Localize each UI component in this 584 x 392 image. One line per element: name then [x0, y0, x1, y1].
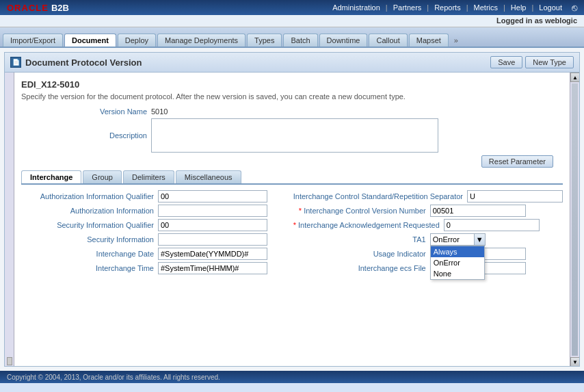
version-name-value: 5010: [151, 107, 168, 116]
interchange-right-col: Interchange Control Standard/Repetition …: [293, 190, 563, 276]
panel-buttons: Save New Type: [490, 56, 574, 68]
top-nav-links: Administration | Partners | Reports | Me…: [328, 2, 577, 13]
oracle-text: ORACLE: [7, 3, 49, 13]
logout-icon[interactable]: ⎋: [572, 2, 577, 13]
scrollbar-up-btn[interactable]: ▲: [570, 73, 580, 82]
nav-reports[interactable]: Reports: [430, 3, 465, 12]
subtab-delimiters[interactable]: Delimiters: [123, 170, 174, 183]
nav-administration[interactable]: Administration: [328, 3, 384, 12]
tab-document[interactable]: Document: [64, 34, 116, 47]
username: weblogic: [545, 16, 577, 25]
ta1-label: TA1: [293, 235, 430, 244]
interchange-left-col: Authorization Information Qualifier Auth…: [21, 190, 287, 276]
right-scrollbar: ▲ ▼: [570, 73, 579, 367]
panel-title-text: Document Protocol Version: [25, 57, 142, 68]
ack-requested-input[interactable]: [444, 219, 540, 231]
document-panel: 📄 Document Protocol Version Save New Typ…: [4, 52, 580, 367]
edi-title: EDI_X12-5010: [21, 79, 563, 90]
main-content: 📄 Document Protocol Version Save New Typ…: [0, 48, 584, 371]
security-info-qualifier-label: Security Information Qualifier: [21, 221, 158, 229]
interchange-grid: Authorization Information Qualifier Auth…: [21, 190, 563, 276]
tab-import-export[interactable]: Import/Export: [3, 34, 63, 47]
description-label: Description: [21, 131, 151, 140]
subtab-miscellaneous[interactable]: Miscellaneous: [176, 170, 241, 183]
auth-info-label: Authorization Information: [21, 207, 158, 215]
nav-partners[interactable]: Partners: [389, 3, 426, 12]
control-standard-row: Interchange Control Standard/Repetition …: [293, 190, 563, 202]
panel-header: 📄 Document Protocol Version Save New Typ…: [5, 53, 579, 73]
b2b-text: B2B: [51, 3, 69, 13]
ta1-select-display: ▼: [430, 233, 486, 246]
security-info-qualifier-input[interactable]: [158, 219, 267, 231]
tab-batch[interactable]: Batch: [283, 34, 317, 47]
left-scroll-thumb[interactable]: [7, 357, 12, 365]
ack-requested-label: * Interchange Acknowledgement Requested: [293, 221, 444, 229]
interchange-date-input[interactable]: [158, 248, 267, 260]
ta1-option-none[interactable]: None: [431, 268, 484, 279]
usage-indicator-label: Usage Indicator: [293, 250, 430, 258]
description-input[interactable]: [151, 118, 438, 153]
interchange-time-label: Interchange Time: [21, 264, 158, 272]
auth-info-input[interactable]: [158, 205, 267, 217]
auth-info-qualifier-input[interactable]: [158, 190, 267, 202]
tab-downtime[interactable]: Downtime: [319, 34, 368, 47]
panel-with-scroll: EDI_X12-5010 Specify the version for the…: [5, 73, 579, 367]
ta1-dropdown-arrow[interactable]: ▼: [475, 233, 486, 246]
ack-requested-row: * Interchange Acknowledgement Requested: [293, 219, 563, 231]
nav-help[interactable]: Help: [507, 3, 531, 12]
scrollbar-thumb[interactable]: [572, 83, 578, 356]
document-icon: 📄: [10, 57, 21, 68]
control-version-label: * Interchange Control Version Number: [293, 207, 430, 215]
control-standard-label: Interchange Control Standard/Repetition …: [293, 192, 467, 200]
logged-in-text: Logged in as: [496, 16, 545, 25]
interchange-time-row: Interchange Time: [21, 262, 287, 274]
nav-logout[interactable]: Logout: [535, 3, 566, 12]
reset-btn-row: Reset Parameter: [21, 155, 563, 168]
nav-metrics[interactable]: Metrics: [470, 3, 502, 12]
edi-desc: Specify the version for the document pro…: [21, 92, 563, 101]
oracle-logo: ORACLE B2B: [7, 3, 69, 13]
auth-info-qualifier-row: Authorization Information Qualifier: [21, 190, 287, 202]
security-info-input[interactable]: [158, 233, 267, 246]
main-tab-bar: Import/Export Document Deploy Manage Dep…: [0, 27, 584, 48]
reset-parameter-button[interactable]: Reset Parameter: [481, 155, 553, 168]
usage-indicator-row: Usage Indicator: [293, 248, 563, 260]
footer: Copyright © 2004, 2013, Oracle and/or it…: [0, 371, 584, 383]
logged-in-bar: Logged in as weblogic: [0, 15, 584, 27]
footer-text: Copyright © 2004, 2013, Oracle and/or it…: [7, 374, 220, 381]
tab-mapset[interactable]: Mapset: [409, 34, 449, 47]
control-version-row: * Interchange Control Version Number: [293, 205, 563, 217]
tab-more[interactable]: »: [450, 34, 462, 47]
panel-title: 📄 Document Protocol Version: [10, 57, 142, 68]
scrollbar-down-btn[interactable]: ▼: [570, 357, 580, 367]
security-info-label: Security Information: [21, 235, 158, 244]
left-scroll: [5, 73, 14, 367]
sub-tab-bar: Interchange Group Delimiters Miscellaneo…: [21, 170, 563, 185]
version-name-row: Version Name 5010: [21, 107, 563, 116]
new-type-button[interactable]: New Type: [525, 56, 574, 68]
interchange-time-input[interactable]: [158, 262, 267, 274]
tab-callout[interactable]: Callout: [369, 34, 407, 47]
ta1-dropdown-list: Always OnError None: [430, 246, 485, 280]
subtab-interchange[interactable]: Interchange: [21, 170, 81, 183]
panel-body: EDI_X12-5010 Specify the version for the…: [14, 73, 570, 367]
tab-manage-deployments[interactable]: Manage Deployments: [157, 34, 245, 47]
subtab-group[interactable]: Group: [83, 170, 122, 183]
auth-info-qualifier-label: Authorization Information Qualifier: [21, 192, 158, 200]
tab-deploy[interactable]: Deploy: [118, 34, 156, 47]
ecs-file-row: Interchange ecs File: [293, 262, 563, 274]
ta1-input[interactable]: [430, 233, 475, 246]
tab-types[interactable]: Types: [247, 34, 282, 47]
security-info-qualifier-row: Security Information Qualifier: [21, 219, 287, 231]
description-row: Description: [21, 118, 563, 153]
ta1-option-onerror[interactable]: OnError: [431, 257, 484, 268]
save-button[interactable]: Save: [490, 56, 522, 68]
control-version-input[interactable]: [430, 205, 526, 217]
ta1-option-always[interactable]: Always: [431, 246, 484, 257]
interchange-date-row: Interchange Date: [21, 248, 287, 260]
ecs-file-label: Interchange ecs File: [293, 264, 430, 272]
security-info-row: Security Information: [21, 233, 287, 246]
control-standard-input[interactable]: [467, 190, 563, 202]
interchange-date-label: Interchange Date: [21, 250, 158, 258]
auth-info-row: Authorization Information: [21, 205, 287, 217]
